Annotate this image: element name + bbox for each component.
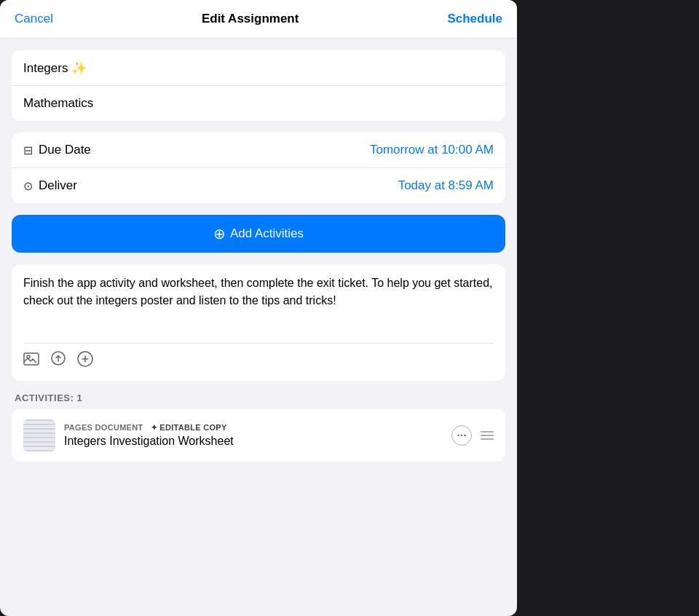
activity-actions [451,425,494,446]
page-title: Edit Assignment [202,12,299,26]
notes-section[interactable]: Finish the app activity and worksheet, t… [12,264,505,381]
assignment-section: Mathematics [12,50,505,121]
date-section: ⊟ Due Date Tomorrow at 10:00 AM ⊙ Delive… [12,133,505,203]
due-date-row[interactable]: ⊟ Due Date Tomorrow at 10:00 AM [12,133,505,168]
image-toolbar-icon[interactable] [23,352,39,369]
upload-toolbar-icon[interactable] [51,351,66,371]
notes-text: Finish the app activity and worksheet, t… [23,275,494,331]
add-activities-button[interactable]: ⊕ Add Activities [12,215,505,253]
deliver-value: Today at 8:59 AM [398,178,494,193]
calendar-icon: ⊟ [23,143,33,157]
add-toolbar-icon[interactable] [77,351,93,371]
cancel-button[interactable]: Cancel [15,12,53,26]
assignment-subject-row[interactable]: Mathematics [12,86,505,121]
assignment-title-input[interactable] [23,60,494,75]
assignment-subject: Mathematics [23,96,93,111]
plus-icon: ⊕ [213,226,226,241]
due-date-label: ⊟ Due Date [23,143,91,157]
header: Cancel Edit Assignment Schedule [0,0,517,39]
add-activities-label: Add Activities [230,226,304,241]
activity-name: Integers Investigation Worksheet [64,435,443,448]
deliver-row[interactable]: ⊙ Deliver Today at 8:59 AM [12,168,505,203]
due-date-value: Tomorrow at 10:00 AM [370,143,494,157]
activity-editable-label: ✦ EDITABLE COPY [151,423,227,432]
due-date-text: Due Date [39,143,91,157]
schedule-button[interactable]: Schedule [447,12,502,26]
assignment-title-row [12,50,505,86]
activities-section: ACTIVITIES: 1 PAGES DOCUMENT ✦ EDITABLE … [12,392,505,462]
activity-type: PAGES DOCUMENT ✦ EDITABLE COPY [64,423,443,433]
activity-thumbnail [23,419,55,451]
activity-card: PAGES DOCUMENT ✦ EDITABLE COPY Integers … [12,409,505,462]
activity-reorder-handle[interactable] [481,431,494,440]
deliver-text: Deliver [39,178,77,193]
activity-info: PAGES DOCUMENT ✦ EDITABLE COPY Integers … [64,423,443,448]
notes-toolbar [23,343,494,371]
activity-type-label: PAGES DOCUMENT [64,423,143,432]
svg-point-6 [464,435,465,436]
deliver-label: ⊙ Deliver [23,178,77,193]
activity-more-button[interactable] [451,425,472,446]
activities-header: ACTIVITIES: 1 [12,392,505,403]
clock-icon: ⊙ [23,179,33,193]
svg-point-4 [457,435,459,436]
svg-point-5 [461,435,462,436]
modal: Cancel Edit Assignment Schedule Mathemat… [0,0,517,616]
